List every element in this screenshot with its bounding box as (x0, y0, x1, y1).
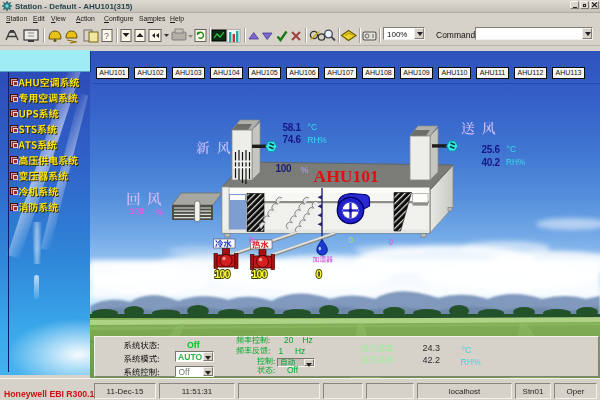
svg-text:?: ? (104, 31, 109, 41)
